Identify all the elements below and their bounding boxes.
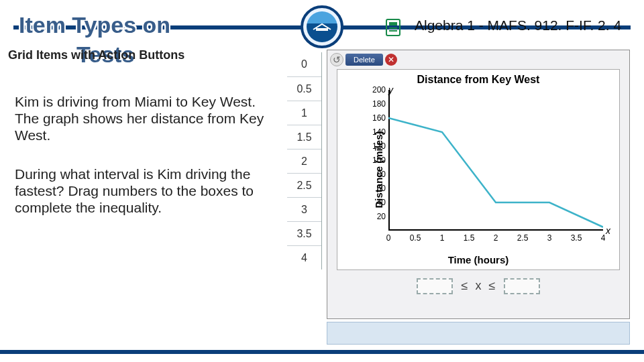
draggable-number[interactable]: 3 [287, 197, 321, 221]
drop-target-right[interactable] [504, 278, 540, 294]
x-tick: 2.5 [517, 233, 529, 243]
chart-title: Distance from Key West [337, 70, 619, 86]
question-paragraph-2: During what interval is Kim driving the … [15, 166, 276, 216]
y-tick: 20 [377, 212, 386, 221]
question-text: Kim is driving from Miami to Key West. T… [15, 94, 276, 217]
svg-rect-0 [316, 28, 328, 31]
x-tick: 2 [494, 233, 498, 243]
x-axis-variable: x [606, 225, 610, 236]
y-tick: 180 [372, 99, 386, 109]
close-icon[interactable]: ✕ [385, 54, 397, 66]
drop-target-left[interactable] [417, 278, 453, 294]
draggable-number[interactable]: 4 [287, 245, 321, 269]
y-tick: 80 [377, 170, 386, 179]
draggable-number[interactable]: 0 [287, 52, 321, 76]
standard-label: Algebra 1 - MAFS. 912. F-IF. 2. 4 [415, 17, 621, 34]
draggable-number[interactable]: 2.5 [287, 173, 321, 197]
draggable-number[interactable]: 1.5 [287, 125, 321, 149]
y-tick: 160 [372, 113, 386, 123]
draggable-number[interactable]: 3.5 [287, 221, 321, 245]
x-tick: 3 [547, 233, 552, 243]
x-axis-label: Time (hours) [337, 254, 619, 265]
x-tick: 1.5 [464, 233, 475, 243]
chart-line [388, 118, 603, 227]
y-tick: 40 [377, 198, 386, 207]
x-tick: 4 [601, 233, 606, 243]
x-tick: 0 [386, 233, 391, 243]
y-tick: 100 [372, 156, 386, 165]
y-tick: 60 [377, 184, 386, 193]
inequality-variable: x [476, 279, 482, 292]
x-tick: 3.5 [571, 233, 582, 243]
calculator-icon[interactable] [386, 19, 400, 36]
draggable-number[interactable]: 1 [287, 101, 321, 125]
y-tick: 140 [372, 127, 386, 137]
draggable-number[interactable]: 0.5 [287, 76, 321, 101]
question-paragraph-1: Kim is driving from Miami to Key West. T… [15, 94, 276, 143]
draggable-number[interactable]: 2 [287, 149, 321, 173]
le-symbol: ≤ [462, 279, 468, 292]
delete-button[interactable]: Delete [345, 54, 383, 66]
x-tick: 1 [440, 233, 445, 243]
answer-canvas: ↺ Delete ✕ Distance from Key West y x Di… [327, 50, 630, 319]
y-tick: 120 [372, 141, 386, 151]
chart-container: Distance from Key West y x Distance (mil… [337, 69, 620, 270]
school-logo [301, 5, 343, 48]
inequality-answer-row: ≤ x ≤ [327, 278, 629, 294]
x-tick: 0.5 [410, 233, 421, 243]
page-subtitle: Grid Items with Action Buttons [8, 48, 184, 62]
y-tick: 200 [372, 85, 386, 95]
number-draggable-rail: 00.511.522.533.54 [287, 52, 322, 269]
bottom-strip [327, 322, 630, 345]
le-symbol: ≤ [489, 279, 496, 292]
page-title-line1: Item Types on [19, 13, 170, 38]
undo-icon[interactable]: ↺ [330, 53, 343, 66]
